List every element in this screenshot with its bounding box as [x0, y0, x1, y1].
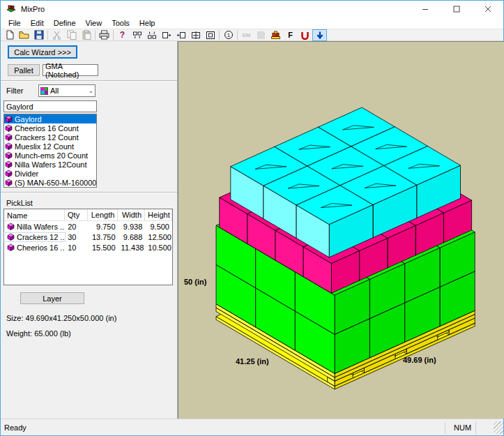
menu-file[interactable]: File — [3, 18, 26, 28]
save-button[interactable] — [31, 29, 46, 41]
filter-dropdown[interactable]: All ⌄ — [38, 84, 96, 97]
paste-button[interactable] — [79, 29, 93, 41]
pallet-type-field[interactable]: GMA (Notched) — [43, 64, 98, 76]
label-f-button[interactable]: F — [283, 29, 298, 41]
length-dimension-label: 49.69 (in) — [403, 356, 436, 364]
distribute-columns-button[interactable] — [130, 29, 144, 41]
column-header-length[interactable]: Length — [88, 209, 119, 220]
cube-icon — [5, 179, 13, 186]
copy-button[interactable] — [64, 29, 79, 41]
pallet-button[interactable]: Pallet — [8, 64, 40, 76]
cube-icon — [5, 124, 13, 132]
center-box-icon — [206, 31, 215, 40]
paste-icon — [82, 30, 91, 40]
help-button[interactable]: ? — [115, 29, 130, 41]
new-button[interactable] — [2, 29, 17, 41]
cell-length: 15.500 — [88, 243, 119, 252]
maximize-button[interactable] — [441, 1, 472, 17]
cut-button[interactable] — [49, 29, 64, 41]
product-listbox[interactable]: Gaylord Cheerios 16 Count Crackers 12 Co… — [3, 114, 97, 188]
list-item[interactable]: Mueslix 12 Count — [4, 142, 96, 151]
open-button[interactable] — [17, 29, 31, 41]
arrow-down-button[interactable] — [312, 29, 327, 41]
product-search-value: Gaylord — [6, 103, 33, 111]
maximize-icon — [453, 6, 460, 13]
menu-view[interactable]: View — [81, 18, 107, 28]
list-item-label: Munch-ems 20 Count — [15, 151, 88, 160]
list-item-label: Cheerios 16 Count — [15, 124, 79, 133]
filter-all-icon — [40, 87, 48, 95]
column-header-qty[interactable]: Qty — [65, 209, 88, 220]
menu-tools[interactable]: Tools — [107, 18, 135, 28]
chevron-down-icon: ⌄ — [88, 87, 93, 94]
circle-1-button[interactable]: 1 — [221, 29, 236, 41]
distribute-rows-button[interactable] — [144, 29, 159, 41]
list-item[interactable]: (S) MAN-650-M-1600000 — [4, 178, 96, 187]
menu-edit[interactable]: Edit — [26, 18, 49, 28]
pallet-load-button[interactable] — [268, 29, 283, 41]
cell-height: 10.500 — [145, 243, 172, 252]
picklist-table[interactable]: Name Qty Length Width Height Nilla Wafer… — [3, 209, 173, 285]
menu-define[interactable]: Define — [49, 18, 81, 28]
list-item-label: Crackers 12 Count — [15, 133, 79, 142]
cell-width: 9.938 — [119, 223, 146, 231]
table-row[interactable]: Crackers 12 ... 30 13.750 9.688 12.500 — [4, 232, 172, 242]
table-row[interactable]: Cheerios 16 ... 10 15.500 11.438 10.500 — [4, 242, 172, 253]
cube-icon — [5, 133, 13, 141]
cell-qty: 30 — [65, 233, 88, 241]
list-item[interactable]: Crackers 12 Count — [4, 133, 96, 142]
pallet-3d-viewport[interactable]: 50 (in) 41.25 (in) 49.69 (in) — [178, 41, 504, 419]
distribute-rows-icon — [147, 31, 157, 40]
list-item[interactable]: Gaylord — [4, 114, 96, 123]
table-row[interactable]: Nilla Wafers ... 20 9.750 9.938 9.500 — [4, 221, 172, 232]
center-horizontal-icon — [191, 31, 201, 40]
picklist-header-row: Name Qty Length Width Height — [4, 209, 172, 221]
column-header-height[interactable]: Height — [145, 209, 172, 220]
shift-right-button[interactable] — [159, 29, 174, 41]
minimize-button[interactable] — [409, 1, 441, 17]
cube-icon — [5, 170, 13, 177]
cell-length: 13.750 — [88, 233, 119, 241]
print-button[interactable] — [97, 29, 112, 41]
toolbar-separator — [47, 30, 48, 40]
copy-icon — [67, 30, 77, 40]
color-swatch-icon — [257, 31, 265, 39]
calc-wizard-button[interactable]: Calc Wizard >>> — [8, 45, 77, 59]
cube-icon — [5, 115, 13, 123]
pallet-3d-scene — [178, 42, 504, 419]
color-swatch-button[interactable] — [254, 29, 268, 41]
list-item[interactable]: Munch-ems 20 Count — [4, 151, 96, 160]
status-message: Ready — [1, 423, 445, 432]
height-dimension-label: 50 (in) — [184, 278, 206, 286]
list-item-label: Divider — [15, 170, 38, 178]
list-item-label: Nilla Wafers 12Count — [15, 160, 87, 169]
column-header-width[interactable]: Width — [118, 209, 145, 220]
list-item[interactable]: Divider — [4, 169, 96, 178]
arrow-down-icon — [316, 31, 324, 40]
menu-help[interactable]: Help — [135, 18, 160, 28]
center-horizontal-button[interactable] — [188, 29, 203, 41]
sidebar: Calc Wizard >>> Pallet GMA (Notched) Fil… — [1, 41, 178, 419]
unit-load-button[interactable] — [298, 29, 312, 41]
close-icon — [484, 6, 491, 13]
em-button[interactable]: EM — [239, 29, 254, 41]
list-item-label: (S) MAN-650-M-1600000 — [15, 179, 97, 187]
cube-icon — [7, 233, 15, 241]
resize-grip[interactable] — [494, 421, 503, 434]
column-header-name[interactable]: Name — [4, 209, 65, 220]
list-item[interactable]: Nilla Wafers 12Count — [4, 160, 96, 169]
cell-name: Crackers 12 ... — [17, 233, 65, 241]
center-box-button[interactable] — [203, 29, 217, 41]
close-button[interactable] — [472, 1, 503, 17]
list-item[interactable]: Cheerios 16 Count — [4, 123, 96, 133]
main-area: Calc Wizard >>> Pallet GMA (Notched) Fil… — [1, 41, 503, 419]
cube-icon — [7, 243, 15, 251]
shift-left-button[interactable] — [174, 29, 188, 41]
app-window: MixPro File Edit Define View Tools Help … — [0, 0, 504, 436]
layer-button[interactable]: Layer — [20, 292, 84, 304]
product-search-input[interactable]: Gaylord — [3, 100, 97, 112]
size-readout: Size: 49.690x41.250x50.000 (in) — [6, 314, 177, 322]
print-icon — [99, 30, 109, 40]
width-dimension-label: 41.25 (in) — [236, 357, 269, 366]
save-icon — [34, 30, 44, 40]
